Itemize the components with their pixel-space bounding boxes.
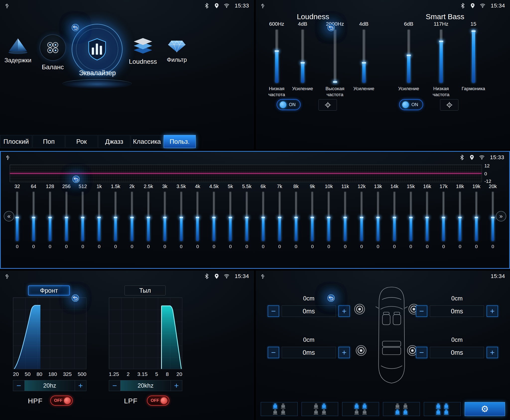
smart-bass-target-button[interactable] <box>440 99 458 111</box>
preset-button[interactable]: Джазз <box>98 135 130 148</box>
lpf-plus-button[interactable]: + <box>171 380 182 391</box>
seat-front-left-icon <box>395 403 400 409</box>
band-frequency: 128 <box>46 184 54 190</box>
band-slider[interactable] <box>229 192 232 241</box>
band-slider[interactable] <box>81 192 84 241</box>
loudness-toggle[interactable]: ON <box>277 99 301 110</box>
band-slider[interactable] <box>164 192 166 241</box>
eq-band: 2.5k 0 <box>143 184 154 249</box>
hpf-minus-button[interactable]: − <box>13 380 25 391</box>
menu-item-loudness[interactable]: Loudness <box>128 37 157 66</box>
band-slider[interactable] <box>262 192 264 241</box>
preset-button[interactable]: Классика <box>131 135 163 148</box>
seat-config-button[interactable] <box>261 402 298 416</box>
preset-button[interactable]: Польз. <box>164 135 196 148</box>
diamond-icon <box>167 37 187 54</box>
band-slider[interactable] <box>246 192 248 241</box>
band-slider[interactable] <box>344 192 346 241</box>
back-icon[interactable] <box>327 294 335 302</box>
band-slider[interactable] <box>295 192 297 241</box>
hpf-plus-button[interactable]: + <box>75 380 86 391</box>
band-fill <box>147 217 150 241</box>
band-slider[interactable] <box>180 192 183 241</box>
band-slider[interactable] <box>213 192 215 241</box>
settings-button[interactable]: ⚙ <box>465 402 505 416</box>
delay-minus-button[interactable]: − <box>416 347 427 358</box>
page-right-button[interactable]: » <box>496 211 506 221</box>
band-slider[interactable] <box>475 192 478 241</box>
slider-track[interactable] <box>275 29 278 83</box>
delay-plus-button[interactable]: + <box>487 347 498 358</box>
band-value: 0 <box>278 244 281 249</box>
back-icon[interactable] <box>72 24 79 31</box>
band-slider[interactable] <box>393 192 396 241</box>
band-slider[interactable] <box>147 192 150 241</box>
hpf-toggle[interactable]: OFF <box>50 396 73 406</box>
delay-plus-button[interactable]: + <box>338 347 350 358</box>
band-slider[interactable] <box>65 192 68 241</box>
slider-track[interactable] <box>362 29 366 83</box>
band-slider[interactable] <box>360 192 363 241</box>
slider-track[interactable] <box>407 29 410 83</box>
menu-item-equalizer[interactable] <box>72 24 123 75</box>
band-slider[interactable] <box>16 192 18 241</box>
preset-button[interactable]: Рок <box>65 135 98 148</box>
eq-band: 15k 0 <box>405 184 416 249</box>
band-slider[interactable] <box>131 192 133 241</box>
delay-plus-button[interactable]: + <box>487 305 498 317</box>
preset-label: Рок <box>76 138 87 145</box>
slider-track[interactable] <box>472 29 475 83</box>
band-slider[interactable] <box>459 192 461 241</box>
band-slider[interactable] <box>311 192 314 241</box>
lpf-minus-button[interactable]: − <box>109 380 121 391</box>
band-slider[interactable] <box>196 192 199 241</box>
slider-value: 117Hz <box>434 21 448 28</box>
band-slider[interactable] <box>98 192 100 241</box>
delay-minus-button[interactable]: − <box>268 347 279 358</box>
location-icon <box>214 273 220 279</box>
band-slider[interactable] <box>377 192 379 241</box>
seat-config-button[interactable] <box>302 402 338 416</box>
menu-item-balance[interactable]: Баланс <box>37 34 68 71</box>
page-left-button[interactable]: « <box>4 211 14 221</box>
slider-value: 4dB <box>298 21 307 28</box>
scale-min: -12 <box>484 179 496 184</box>
tab-rear[interactable]: Тыл <box>125 285 166 295</box>
back-icon[interactable] <box>72 294 79 302</box>
tab-front[interactable]: Фронт <box>28 285 70 295</box>
menu-item-delays[interactable]: Задержки <box>4 37 32 64</box>
preset-button[interactable]: Плоский <box>0 135 32 148</box>
band-slider[interactable] <box>32 192 35 241</box>
toggle-knob-icon <box>161 397 167 404</box>
seat-config-button[interactable] <box>424 402 461 416</box>
lpf-toggle[interactable]: OFF <box>147 396 169 406</box>
band-slider[interactable] <box>426 192 428 241</box>
loudness-target-button[interactable] <box>319 99 337 111</box>
seat-config-button[interactable] <box>342 402 379 416</box>
delay-minus-button[interactable]: − <box>268 305 279 317</box>
wifi-icon <box>480 3 486 9</box>
band-slider[interactable] <box>278 192 281 241</box>
band-slider[interactable] <box>442 192 445 241</box>
seat-config-button[interactable] <box>383 402 420 416</box>
delay-minus-button[interactable]: − <box>416 305 427 317</box>
band-slider[interactable] <box>49 192 51 241</box>
menu-item-filter[interactable]: Фильтр <box>164 37 189 63</box>
band-fill <box>377 217 379 241</box>
delay-plus-button[interactable]: + <box>338 305 350 317</box>
slider-track[interactable] <box>440 29 443 83</box>
slider-value: 6dB <box>404 21 413 28</box>
band-slider[interactable] <box>492 192 494 241</box>
tick-label: 500 <box>78 371 86 377</box>
back-icon[interactable] <box>327 24 335 31</box>
band-slider[interactable] <box>327 192 330 241</box>
band-frequency: 13k <box>374 184 382 190</box>
smart-bass-toggle[interactable]: ON <box>399 99 423 110</box>
band-slider[interactable] <box>410 192 412 241</box>
chevron-left-icon: « <box>7 213 10 220</box>
band-slider[interactable] <box>114 192 117 241</box>
preset-button[interactable]: Поп <box>33 135 65 148</box>
slider-track[interactable] <box>333 29 337 83</box>
slider-track[interactable] <box>301 29 304 83</box>
back-icon[interactable] <box>72 176 80 183</box>
